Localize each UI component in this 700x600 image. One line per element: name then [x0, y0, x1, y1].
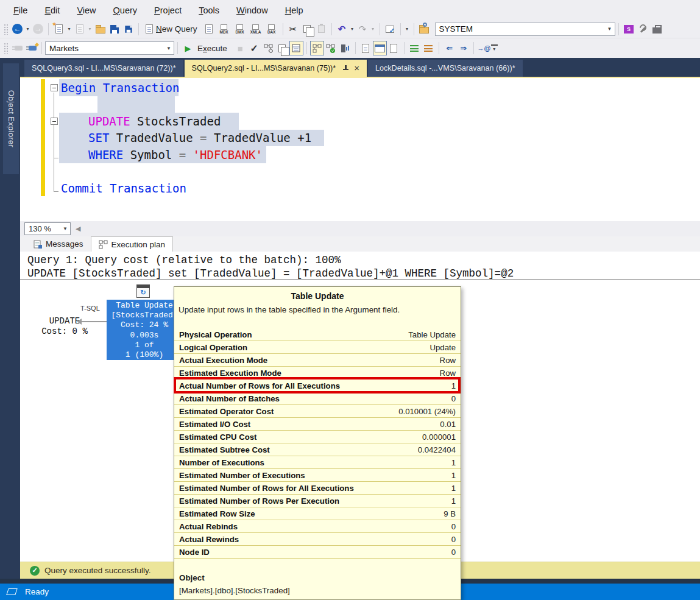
- query-options-button[interactable]: [275, 41, 289, 55]
- fold-guide-tick: [54, 191, 58, 192]
- save-icon: [110, 25, 119, 34]
- tsql-node-lines[interactable]: UPDATECost: 0 %: [25, 316, 104, 337]
- tooltip-row: Number of Executions1: [174, 456, 461, 469]
- dax-query-button[interactable]: DAX: [264, 22, 280, 37]
- results-pane-toggle[interactable]: [289, 41, 303, 55]
- close-icon[interactable]: ×: [354, 65, 359, 72]
- save-button[interactable]: [107, 22, 121, 37]
- add-item-dropdown-caret[interactable]: ▾: [87, 26, 93, 32]
- object-explorer-tab[interactable]: Object Explorer: [3, 63, 19, 174]
- indent-button[interactable]: ⇒: [456, 41, 470, 55]
- fold-toggle[interactable]: [51, 118, 58, 125]
- estimated-plan-button[interactable]: [261, 41, 275, 55]
- database-engine-query-button[interactable]: [202, 22, 216, 37]
- tooltip-row: Estimated Number of Rows for All Executi…: [174, 482, 461, 495]
- mdx-query-button[interactable]: MDX: [216, 22, 232, 37]
- zoom-combo-caret[interactable]: ▼: [60, 226, 70, 231]
- menu-item-tools[interactable]: Tools: [190, 5, 228, 15]
- system-combo[interactable]: SYSTEM ▼: [435, 23, 615, 36]
- new-query-label[interactable]: New Query: [156, 24, 197, 34]
- menu-item-help[interactable]: Help: [277, 5, 312, 15]
- tooltip-row: Logical OperationUpdate: [174, 341, 461, 354]
- intellisense-toggle-button[interactable]: [383, 22, 397, 37]
- save-all-button[interactable]: [121, 22, 135, 37]
- copy-button[interactable]: [300, 22, 314, 37]
- undo-dropdown-caret[interactable]: ▾: [349, 26, 356, 32]
- tooltip-description: Update input rows in the table specified…: [179, 305, 456, 314]
- template-params-button[interactable]: →@: [477, 41, 491, 55]
- fold-toggle[interactable]: [51, 84, 58, 91]
- back-dropdown-caret[interactable]: ▾: [24, 26, 31, 32]
- code-line: Commit Transaction: [61, 180, 186, 197]
- menu-item-view[interactable]: View: [68, 5, 104, 15]
- cut-button[interactable]: ✂: [286, 22, 300, 37]
- redo-button[interactable]: ↷: [356, 22, 370, 37]
- client-stats-button[interactable]: [338, 41, 352, 55]
- results-to-file-button[interactable]: [387, 41, 401, 55]
- new-file-dropdown-caret[interactable]: ▾: [66, 26, 72, 32]
- open-file-button[interactable]: [93, 22, 107, 37]
- activity-monitor-button[interactable]: S: [622, 22, 636, 37]
- find-in-files-button[interactable]: [417, 22, 431, 37]
- menu-item-query[interactable]: Query: [105, 5, 146, 15]
- live-stats-button[interactable]: [324, 41, 338, 55]
- toolbar-grip[interactable]: [4, 24, 8, 35]
- toolbar-options-caret[interactable]: ▾: [404, 26, 411, 32]
- results-to-text-button[interactable]: [359, 41, 373, 55]
- system-combo-caret[interactable]: ▼: [605, 26, 615, 32]
- new-query-button[interactable]: [142, 22, 156, 37]
- toolbar-overflow-caret[interactable]: ▾: [491, 44, 498, 52]
- results-tab-label: Execution plan: [111, 240, 166, 249]
- database-combo-caret[interactable]: ▼: [164, 46, 174, 51]
- menu-item-edit[interactable]: Edit: [36, 5, 68, 15]
- new-file-button[interactable]: *: [52, 22, 66, 37]
- toolbox-button[interactable]: [650, 22, 664, 37]
- copy-icon: [303, 25, 311, 33]
- undo-button[interactable]: ↶: [335, 22, 349, 37]
- menu-item-window[interactable]: Window: [228, 5, 277, 15]
- comment-icon: [410, 45, 419, 52]
- pin-icon[interactable]: [342, 65, 348, 72]
- redo-dropdown-caret[interactable]: ▾: [370, 26, 377, 32]
- cancel-query-button[interactable]: ■: [233, 41, 247, 55]
- outdent-button[interactable]: ⇐: [442, 41, 456, 55]
- results-tab-messages[interactable]: Messages: [26, 236, 91, 252]
- results-pane-icon: [292, 44, 300, 52]
- database-combo[interactable]: Markets ▼: [45, 41, 174, 55]
- tooltip-row: Estimated Number of Rows Per Execution1: [174, 495, 461, 507]
- hscroll-left-arrow[interactable]: ◀: [76, 225, 80, 233]
- results-grid-icon: [375, 44, 385, 52]
- execute-label[interactable]: Execute: [197, 44, 227, 53]
- execute-play-icon[interactable]: ▶: [181, 41, 195, 55]
- query-cost-header-line: UPDATE [StocksTraded] set [TradedValue] …: [27, 267, 514, 280]
- uncomment-button[interactable]: [422, 41, 436, 55]
- navigate-forward-button[interactable]: →: [31, 22, 45, 37]
- xmla-query-button[interactable]: XMLA: [248, 22, 264, 37]
- actual-plan-toggle[interactable]: [310, 41, 324, 55]
- code-editor[interactable]: Begin TransactionUPDATE StocksTradedSET …: [20, 78, 700, 221]
- tooltip-rows: Physical OperationTable UpdateLogical Op…: [174, 328, 461, 559]
- document-tab-1[interactable]: SQLQuery3.sql - LI...MS\Saravanan (72))*: [24, 60, 183, 77]
- add-item-button[interactable]: [72, 22, 87, 37]
- menu-item-file[interactable]: File: [5, 5, 36, 15]
- dmx-query-button[interactable]: DMX: [232, 22, 248, 37]
- change-connection-button[interactable]: [24, 41, 38, 55]
- document-tab-3[interactable]: LockDetails.sql -...VMS\Saravanan (66))*: [368, 60, 523, 77]
- zoom-combo[interactable]: 130 % ▼: [24, 222, 71, 235]
- comment-button[interactable]: [408, 41, 422, 55]
- table-update-operator-icon[interactable]: ↻: [136, 284, 150, 298]
- results-tab-execution-plan[interactable]: Execution plan: [91, 236, 174, 252]
- navigate-back-button[interactable]: ←: [10, 22, 24, 37]
- add-item-icon: [76, 24, 83, 34]
- tools-button[interactable]: [636, 22, 650, 37]
- sql-server-icon: S: [624, 25, 634, 34]
- editor-zoom-row: 130 % ▼ ◀: [20, 221, 700, 236]
- results-to-grid-toggle[interactable]: [373, 41, 387, 55]
- update-node[interactable]: Table Update[StocksTraded]Cost: 24 %0.00…: [107, 300, 182, 360]
- document-tab-2[interactable]: SQLQuery2.sql - LI...MS\Saravanan (75))*…: [185, 60, 367, 77]
- parse-button[interactable]: ✓: [247, 41, 261, 55]
- menu-item-project[interactable]: Project: [146, 5, 190, 15]
- toolbar-grip-2[interactable]: [4, 43, 8, 54]
- paste-button[interactable]: [314, 22, 328, 37]
- connect-button[interactable]: [10, 41, 24, 55]
